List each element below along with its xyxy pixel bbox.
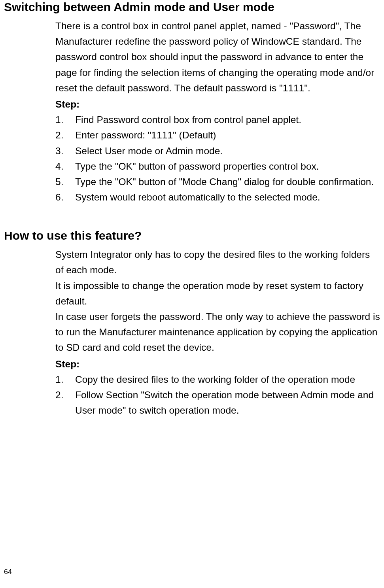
step-label-1: Step:: [55, 96, 380, 112]
step-number: 5.: [55, 174, 75, 189]
step-text: Enter password: "1111" (Default): [75, 127, 380, 143]
step-number: 1.: [55, 372, 75, 387]
step-text: Type the "OK" button of "Mode Chang" dia…: [75, 174, 380, 189]
list-item: 2. Enter password: "1111" (Default): [55, 127, 380, 143]
heading-switching: Switching between Admin mode and User mo…: [4, 0, 380, 14]
intro-paragraph-1: There is a control box in control panel …: [55, 18, 380, 96]
list-item: 4. Type the "OK" button of password prop…: [55, 159, 380, 174]
page-content: Switching between Admin mode and User mo…: [0, 0, 384, 418]
list-item: 5. Type the "OK" button of "Mode Chang" …: [55, 174, 380, 189]
para-forget-password: In case user forgets the password. The o…: [55, 309, 380, 355]
step-number: 3.: [55, 143, 75, 159]
step-text: Follow Section "Switch the operation mod…: [75, 387, 380, 418]
step-text: System would reboot automatically to the…: [75, 189, 380, 205]
list-item: 6. System would reboot automatically to …: [55, 189, 380, 205]
step-list-1: 1. Find Password control box from contro…: [55, 112, 380, 205]
step-number: 2.: [55, 387, 75, 418]
step-number: 6.: [55, 189, 75, 205]
heading-how-to-use: How to use this feature?: [4, 229, 380, 243]
page-number: 64: [4, 568, 12, 576]
list-item: 2. Follow Section "Switch the operation …: [55, 387, 380, 418]
list-item: 3. Select User mode or Admin mode.: [55, 143, 380, 159]
step-text: Select User mode or Admin mode.: [75, 143, 380, 159]
step-number: 1.: [55, 112, 75, 127]
step-number: 4.: [55, 159, 75, 174]
para-impossible: It is impossible to change the operation…: [55, 278, 380, 309]
list-item: 1. Copy the desired files to the working…: [55, 372, 380, 387]
list-item: 1. Find Password control box from contro…: [55, 112, 380, 127]
step-list-2: 1. Copy the desired files to the working…: [55, 372, 380, 418]
step-text: Find Password control box from control p…: [75, 112, 380, 127]
para-integrator: System Integrator only has to copy the d…: [55, 247, 380, 278]
step-text: Copy the desired files to the working fo…: [75, 372, 380, 387]
step-label-2: Step:: [55, 356, 380, 372]
step-number: 2.: [55, 127, 75, 143]
step-text: Type the "OK" button of password propert…: [75, 159, 380, 174]
